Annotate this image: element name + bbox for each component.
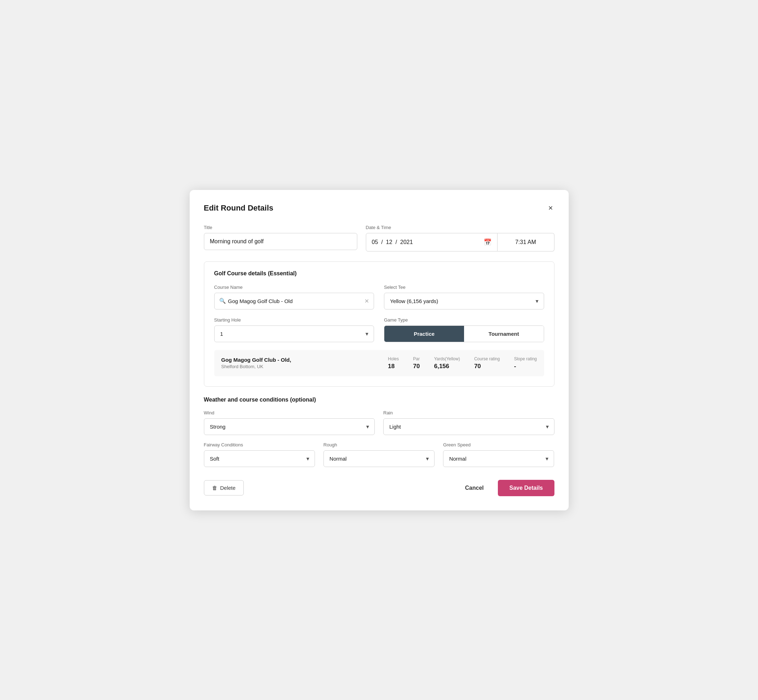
course-info-main: Gog Magog Golf Club - Old, Shelford Bott…: [221, 357, 377, 369]
modal-header: Edit Round Details ×: [204, 203, 554, 213]
rain-label: Rain: [383, 410, 554, 416]
select-tee-label: Select Tee: [384, 284, 544, 290]
course-section-title: Golf Course details (Essential): [214, 270, 544, 277]
game-type-group: Game Type Practice Tournament: [384, 317, 544, 342]
delete-button[interactable]: 🗑 Delete: [204, 480, 244, 495]
course-search-wrapper: 🔍 ✕: [214, 293, 374, 309]
course-info-name: Gog Magog Golf Club - Old,: [221, 357, 377, 363]
slope-rating-label: Slope rating: [514, 356, 537, 361]
starting-hole-dropdown[interactable]: 1 2 10: [214, 325, 374, 342]
course-rating-label: Course rating: [474, 356, 500, 361]
wind-wrapper: Calm Light Moderate Strong Very Strong: [204, 418, 375, 435]
stat-par: Par 70: [413, 356, 420, 370]
time-value: 7:31 AM: [515, 239, 536, 245]
yards-label: Yards(Yellow): [434, 356, 460, 361]
fairway-wrapper: Soft Normal Hard: [204, 450, 315, 467]
game-type-toggle: Practice Tournament: [384, 325, 544, 342]
select-tee-group: Select Tee Yellow (6,156 yards) White Re…: [384, 284, 544, 309]
stat-slope-rating: Slope rating -: [514, 356, 537, 370]
wind-label: Wind: [204, 410, 375, 416]
course-tee-row: Course Name 🔍 ✕ Select Tee Yellow (6,156…: [214, 284, 544, 309]
calendar-icon: 📅: [484, 238, 492, 246]
starting-hole-group: Starting Hole 1 2 10: [214, 317, 374, 342]
edit-round-modal: Edit Round Details × Title Date & Time 0…: [190, 190, 568, 511]
course-name-input[interactable]: [214, 293, 374, 309]
rough-group: Rough Short Normal Long: [324, 442, 434, 467]
datetime-fields: 05 / 12 / 2021 📅 7:31 AM: [366, 233, 554, 252]
fairway-group: Fairway Conditions Soft Normal Hard: [204, 442, 315, 467]
fairway-dropdown[interactable]: Soft Normal Hard: [204, 450, 315, 467]
green-speed-wrapper: Slow Normal Fast Very Fast: [443, 450, 554, 467]
fairway-label: Fairway Conditions: [204, 442, 315, 447]
weather-row1: Wind Calm Light Moderate Strong Very Str…: [204, 410, 554, 435]
course-stats: Holes 18 Par 70 Yards(Yellow) 6,156 Cour…: [388, 356, 537, 370]
game-type-label: Game Type: [384, 317, 544, 323]
practice-button[interactable]: Practice: [384, 326, 464, 342]
rough-wrapper: Short Normal Long: [324, 450, 434, 467]
footer-right: Cancel Save Details: [459, 480, 554, 496]
datetime-field-group: Date & Time 05 / 12 / 2021 📅 7:31 AM: [366, 225, 554, 252]
course-info-row: Gog Magog Golf Club - Old, Shelford Bott…: [214, 350, 544, 376]
green-speed-label: Green Speed: [443, 442, 554, 447]
green-speed-dropdown[interactable]: Slow Normal Fast Very Fast: [443, 450, 554, 467]
close-button[interactable]: ×: [547, 203, 554, 213]
hole-gametype-row: Starting Hole 1 2 10 Game Type Practice …: [214, 317, 544, 342]
yards-value: 6,156: [434, 363, 460, 370]
stat-yards: Yards(Yellow) 6,156: [434, 356, 460, 370]
date-value: 05 / 12 / 2021: [372, 239, 413, 245]
delete-label: Delete: [220, 485, 236, 491]
stat-course-rating: Course rating 70: [474, 356, 500, 370]
title-input[interactable]: [204, 233, 357, 250]
rain-dropdown[interactable]: None Light Moderate Heavy: [383, 418, 554, 435]
holes-label: Holes: [388, 356, 399, 361]
slope-rating-value: -: [514, 363, 537, 370]
time-field[interactable]: 7:31 AM: [498, 233, 554, 252]
datetime-label: Date & Time: [366, 225, 554, 230]
tournament-button[interactable]: Tournament: [464, 326, 544, 342]
select-tee-wrapper: Yellow (6,156 yards) White Red: [384, 293, 544, 309]
title-label: Title: [204, 225, 357, 230]
top-row: Title Date & Time 05 / 12 / 2021 📅 7: [204, 225, 554, 252]
cancel-button[interactable]: Cancel: [459, 481, 489, 495]
starting-hole-label: Starting Hole: [214, 317, 374, 323]
par-value: 70: [413, 363, 420, 370]
select-tee-dropdown[interactable]: Yellow (6,156 yards) White Red: [384, 293, 544, 309]
weather-title: Weather and course conditions (optional): [204, 397, 554, 403]
save-button[interactable]: Save Details: [498, 480, 554, 496]
wind-group: Wind Calm Light Moderate Strong Very Str…: [204, 410, 375, 435]
rough-dropdown[interactable]: Short Normal Long: [324, 450, 434, 467]
rain-group: Rain None Light Moderate Heavy: [383, 410, 554, 435]
trash-icon: 🗑: [212, 485, 218, 491]
wind-dropdown[interactable]: Calm Light Moderate Strong Very Strong: [204, 418, 375, 435]
course-section: Golf Course details (Essential) Course N…: [204, 261, 554, 387]
search-icon: 🔍: [219, 298, 226, 304]
par-label: Par: [413, 356, 420, 361]
stat-holes: Holes 18: [388, 356, 399, 370]
course-name-group: Course Name 🔍 ✕: [214, 284, 374, 309]
date-field[interactable]: 05 / 12 / 2021 📅: [366, 233, 498, 252]
rough-label: Rough: [324, 442, 434, 447]
starting-hole-wrapper: 1 2 10: [214, 325, 374, 342]
clear-icon[interactable]: ✕: [365, 298, 369, 305]
course-info-location: Shelford Bottom, UK: [221, 364, 377, 369]
course-name-label: Course Name: [214, 284, 374, 290]
weather-row2: Fairway Conditions Soft Normal Hard Roug…: [204, 442, 554, 467]
footer: 🗑 Delete Cancel Save Details: [204, 480, 554, 496]
modal-title: Edit Round Details: [204, 203, 274, 213]
holes-value: 18: [388, 363, 399, 370]
weather-section: Weather and course conditions (optional)…: [204, 397, 554, 467]
title-field-group: Title: [204, 225, 357, 250]
course-rating-value: 70: [474, 363, 500, 370]
rain-wrapper: None Light Moderate Heavy: [383, 418, 554, 435]
green-speed-group: Green Speed Slow Normal Fast Very Fast: [443, 442, 554, 467]
